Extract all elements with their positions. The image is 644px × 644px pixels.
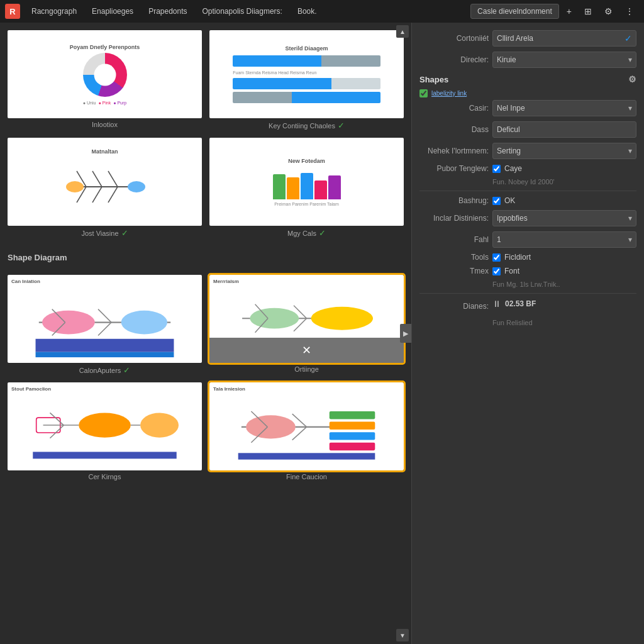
nav-dropdown-button[interactable]: Casle dievelndonment xyxy=(470,4,559,19)
pubor-row: Pubor Tenglew: Caye xyxy=(419,164,636,173)
thumb-grid: Poyam Dnetly Perenponts ● Uniu● Pink● Pu… xyxy=(8,30,404,480)
svg-point-26 xyxy=(79,413,131,437)
close-icon[interactable]: ✕ xyxy=(302,343,311,357)
thumb-label-6: Ortiinge xyxy=(294,365,319,373)
direction-label: Direcler: xyxy=(419,55,489,64)
nav-grid-button[interactable]: ⊞ xyxy=(579,4,597,19)
top-nav: R Racngograph Enaplioeges Prapedonts Opt… xyxy=(0,0,644,23)
direction-row: Direcler: Kiruie ▾ xyxy=(419,52,636,68)
cast-control: Nel Inpe ▾ xyxy=(492,100,636,116)
tools-checkbox[interactable] xyxy=(492,253,501,262)
svg-point-20 xyxy=(311,307,373,330)
svg-rect-41 xyxy=(330,432,375,440)
inclar-row: Inclar Distiniens: Ippobfies ▾ xyxy=(419,210,636,226)
pubor-value: Caye xyxy=(504,164,522,173)
shapes-title: Shapes xyxy=(419,75,448,84)
pubor-control: Caye xyxy=(492,164,636,173)
thumb8-svg xyxy=(213,393,400,462)
cast-label: Casir: xyxy=(419,104,489,113)
shape-diagram-section-title: Shape Diagram xyxy=(8,253,404,262)
dass-control xyxy=(492,121,636,138)
thumb7-svg xyxy=(11,394,198,462)
fahl-control: 1 ▾ xyxy=(492,231,636,248)
pubor-checkbox[interactable] xyxy=(492,165,501,173)
svg-point-10 xyxy=(42,311,95,335)
thumb-label-5: CalonAputers ✓ xyxy=(79,365,131,375)
thumbnail-8[interactable]: Tala Irniesion xyxy=(209,382,404,470)
hint2: Fun Mg. 1ls Lrw.Tnik.. xyxy=(492,280,636,288)
container-check-icon: ✓ xyxy=(625,33,632,43)
dianes-value: 02.53 BF xyxy=(505,299,536,308)
dianes-hint: Fun Relislied xyxy=(492,319,636,326)
bashrug-value: OK xyxy=(504,196,515,205)
tools-value: Ficldiort xyxy=(504,253,531,262)
dass-input[interactable] xyxy=(492,121,636,138)
check-icon-3: ✓ xyxy=(121,228,128,238)
cast-dropdown[interactable]: Nel Inpe ▾ xyxy=(492,100,636,116)
tmex-row: Tmex Font xyxy=(419,267,636,275)
thumbnail-6[interactable]: Merrrialsm ✕ xyxy=(209,275,404,363)
container-dropdown[interactable]: Cllird Arela ✓ xyxy=(492,30,636,47)
nav-book[interactable]: Book. xyxy=(291,4,323,18)
dianes-row: Dianes: ⏸ 02.53 BF xyxy=(419,299,636,314)
scroll-up-button[interactable]: ▲ xyxy=(396,25,409,38)
separator-2 xyxy=(419,293,636,294)
scroll-down-button[interactable]: ▼ xyxy=(396,629,409,641)
svg-rect-43 xyxy=(238,453,375,459)
thumb-overlay: ✕ xyxy=(209,338,404,363)
nav-add-button[interactable]: + xyxy=(562,4,577,19)
thumbnail-1[interactable]: Poyam Dnetly Perenponts ● Uniu● Pink● Pu… xyxy=(8,30,202,118)
thumbnail-5[interactable]: Can Iniation xyxy=(8,275,202,363)
panel-expand-arrow[interactable]: ▶ xyxy=(400,324,411,343)
inclar-control: Ippobfies ▾ xyxy=(492,210,636,226)
svg-line-4 xyxy=(108,171,118,187)
nav-enaplioeges[interactable]: Enaplioeges xyxy=(86,4,140,18)
svg-point-11 xyxy=(121,311,167,335)
nav-prapedonts[interactable]: Prapedonts xyxy=(142,4,193,18)
svg-rect-32 xyxy=(33,452,176,458)
container-control: Cllird Arela ✓ xyxy=(492,30,636,47)
bashrug-checkbox[interactable] xyxy=(492,197,501,205)
nav-settings-button[interactable]: ⚙ xyxy=(599,4,618,19)
fahl-dropdown[interactable]: 1 ▾ xyxy=(492,231,636,248)
inclar-dropdown[interactable]: Ippobfies ▾ xyxy=(492,210,636,226)
svg-rect-16 xyxy=(36,339,174,352)
nehek-dropdown[interactable]: Serting ▾ xyxy=(492,143,636,159)
chevron-down-icon-nehek: ▾ xyxy=(628,147,632,155)
svg-line-7 xyxy=(108,187,118,203)
thumb5-svg xyxy=(11,286,198,358)
list-item: Can Iniation xyxy=(8,275,202,375)
list-item: Poyam Dnetly Perenponts ● Uniu● Pink● Pu… xyxy=(8,30,202,130)
thumbnail-3[interactable]: Matnaltan xyxy=(8,138,202,226)
container-row: Cortoniiét Cllird Arela ✓ xyxy=(419,30,636,47)
thumb-label-1: Inlootiox xyxy=(92,121,118,128)
shapes-checkbox-1[interactable] xyxy=(419,89,428,97)
separator-1 xyxy=(419,191,636,191)
left-panel: Poyam Dnetly Perenponts ● Uniu● Pink● Pu… xyxy=(0,23,411,644)
thumbnail-4[interactable]: New Fotedam Preiman Parenim Parenim Tala… xyxy=(209,138,404,226)
nehek-control: Serting ▾ xyxy=(492,143,636,159)
fishbone-svg xyxy=(61,158,149,215)
thumbnail-2[interactable]: Sterild Diaagem Fuam Sternda Reisma Head… xyxy=(209,30,404,118)
check-icon-4: ✓ xyxy=(319,228,326,238)
nav-more-button[interactable]: ⋮ xyxy=(620,4,639,19)
direction-dropdown[interactable]: Kiruie ▾ xyxy=(492,52,636,68)
thumb-label-7: Cer Kirngs xyxy=(89,473,121,480)
tmex-checkbox[interactable] xyxy=(492,267,501,275)
chevron-down-icon-cast: ▾ xyxy=(628,104,632,113)
list-item: Tala Irniesion xyxy=(209,382,404,480)
shapes-section-header: Shapes ⚙ xyxy=(419,74,636,84)
svg-point-19 xyxy=(250,308,299,329)
tmex-value: Font xyxy=(504,267,519,275)
svg-line-14 xyxy=(98,309,111,323)
dass-label: Dass xyxy=(419,125,489,134)
gear-icon[interactable]: ⚙ xyxy=(628,74,636,84)
thumb-label-2: Key Contiing Chaoles ✓ xyxy=(269,121,345,130)
nehek-label: Nehek I'lortmnem: xyxy=(419,147,489,155)
thumbnail-7[interactable]: Stout Pamoclion xyxy=(8,382,202,470)
svg-point-27 xyxy=(140,413,179,437)
dianes-control: ⏸ 02.53 BF xyxy=(492,299,636,309)
nav-optionapolis[interactable]: Optionapolis Diiagmers: xyxy=(196,4,289,18)
main-area: Poyam Dnetly Perenponts ● Uniu● Pink● Pu… xyxy=(0,23,644,644)
tools-row: Tools Ficldiort xyxy=(419,253,636,262)
